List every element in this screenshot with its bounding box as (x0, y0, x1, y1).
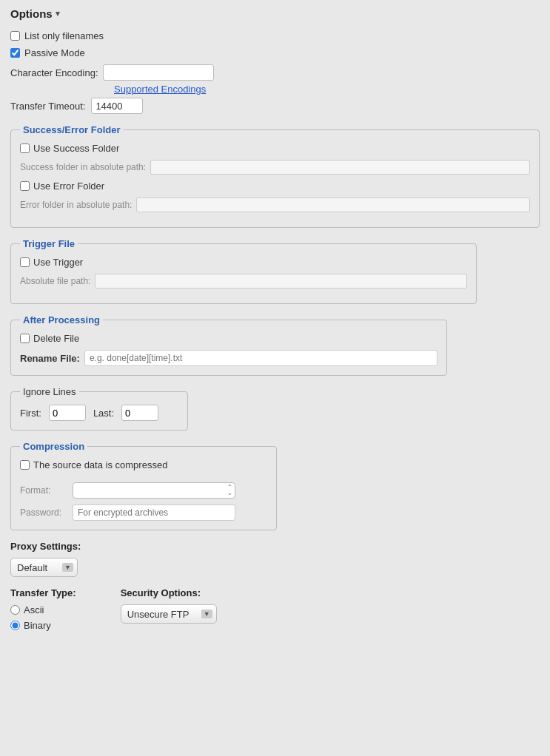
first-input[interactable] (49, 405, 86, 421)
compression-inner: The source data is compressed Format: ZI… (20, 459, 267, 521)
char-enc-label: Character Encoding: (10, 67, 98, 78)
compression-group: Compression The source data is compresse… (10, 441, 277, 530)
after-processing-group: After Processing Delete File Rename File… (10, 314, 447, 376)
format-row: Format: ZIP GZIP TAR TAR.GZ (20, 482, 267, 499)
success-path-label: Success folder in absolute path: (20, 162, 146, 172)
ignore-lines-legend: Ignore Lines (20, 386, 79, 397)
format-label: Format: (20, 485, 68, 496)
abs-path-label: Absolute file path: (20, 276, 90, 286)
passive-mode-label: Passive Mode (24, 47, 85, 58)
format-select-wrapper: ZIP GZIP TAR TAR.GZ (73, 482, 235, 499)
transfer-timeout-input[interactable] (91, 98, 143, 114)
bottom-section: Transfer Type: Ascii Binary Security Opt… (10, 587, 540, 635)
security-options-title: Security Options: (121, 587, 217, 598)
list-only-filenames-checkbox[interactable] (10, 31, 20, 41)
source-compressed-row: The source data is compressed (20, 459, 267, 470)
passive-mode-checkbox[interactable] (10, 48, 20, 58)
use-trigger-row: Use Trigger (20, 257, 467, 268)
abs-path-row: Absolute file path: (20, 274, 467, 288)
list-only-filenames-row: List only filenames (10, 30, 540, 41)
security-select[interactable]: Unsecure FTP FTP over SSL SFTP FTP over … (121, 604, 217, 624)
use-success-folder-label: Use Success Folder (33, 143, 119, 154)
delete-file-label: Delete File (33, 333, 79, 344)
use-error-folder-row: Use Error Folder (20, 180, 530, 192)
password-row: Password: (20, 504, 267, 521)
page-title: Options ▾ (10, 7, 540, 20)
abs-path-input[interactable] (95, 274, 467, 288)
binary-radio[interactable] (10, 621, 20, 630)
success-error-folder-legend: Success/Error Folder (20, 124, 124, 135)
binary-label: Binary (24, 620, 51, 631)
delete-file-checkbox[interactable] (20, 334, 30, 343)
options-title-text: Options (10, 7, 53, 20)
proxy-select[interactable]: Default None HTTP SOCKS4 SOCKS5 (10, 558, 78, 577)
use-success-folder-row: Use Success Folder (20, 143, 530, 154)
transfer-type-title: Transfer Type: (10, 587, 76, 598)
error-path-label: Error folder in absolute path: (20, 200, 132, 210)
ignore-lines-inner: First: Last: (20, 405, 178, 421)
rename-file-label: Rename File: (20, 353, 80, 364)
last-label: Last: (93, 408, 114, 419)
security-select-wrapper: Unsecure FTP FTP over SSL SFTP FTP over … (121, 604, 217, 624)
format-select[interactable]: ZIP GZIP TAR TAR.GZ (73, 482, 235, 499)
trigger-file-group: Trigger File Use Trigger Absolute file p… (10, 238, 477, 304)
char-enc-row: Character Encoding: (10, 64, 540, 81)
use-error-folder-checkbox[interactable] (20, 181, 30, 191)
password-label: Password: (20, 507, 68, 518)
passive-mode-row: Passive Mode (10, 47, 540, 58)
proxy-settings-section: Proxy Settings: Default None HTTP SOCKS4… (10, 541, 540, 577)
use-error-folder-label: Use Error Folder (33, 180, 104, 192)
first-label: First: (20, 408, 41, 419)
last-input[interactable] (121, 405, 158, 421)
transfer-type-section: Transfer Type: Ascii Binary (10, 587, 76, 635)
ascii-radio[interactable] (10, 605, 20, 615)
list-only-filenames-label: List only filenames (24, 30, 104, 41)
trigger-file-legend: Trigger File (20, 238, 78, 249)
use-trigger-label: Use Trigger (33, 257, 83, 268)
success-path-input[interactable] (150, 160, 530, 175)
binary-radio-row: Binary (10, 620, 76, 631)
character-encoding-input[interactable] (103, 64, 214, 81)
success-path-row: Success folder in absolute path: (20, 160, 530, 175)
ascii-radio-row: Ascii (10, 604, 76, 615)
supported-encodings-link[interactable]: Supported Encodings (114, 84, 540, 95)
use-success-folder-checkbox[interactable] (20, 144, 30, 153)
after-processing-legend: After Processing (20, 314, 103, 325)
transfer-timeout-row: Transfer Timeout: (10, 98, 540, 114)
use-trigger-checkbox[interactable] (20, 257, 30, 267)
compression-legend: Compression (20, 441, 87, 452)
ignore-lines-group: Ignore Lines First: Last: (10, 386, 188, 431)
delete-file-row: Delete File (20, 333, 437, 344)
transfer-timeout-label: Transfer Timeout: (10, 101, 85, 112)
error-path-input[interactable] (136, 198, 530, 212)
proxy-select-wrapper: Default None HTTP SOCKS4 SOCKS5 (10, 558, 78, 577)
security-options-section: Security Options: Unsecure FTP FTP over … (121, 587, 217, 635)
ascii-label: Ascii (24, 604, 44, 615)
character-encoding-section: Character Encoding: Supported Encodings (10, 64, 540, 95)
error-path-row: Error folder in absolute path: (20, 198, 530, 212)
rename-file-row: Rename File: (20, 350, 437, 366)
source-compressed-label: The source data is compressed (33, 459, 167, 470)
success-error-folder-group: Success/Error Folder Use Success Folder … (10, 124, 540, 228)
source-compressed-checkbox[interactable] (20, 460, 30, 470)
proxy-settings-title: Proxy Settings: (10, 541, 540, 552)
password-input[interactable] (73, 504, 235, 521)
rename-file-input[interactable] (84, 350, 437, 366)
options-dropdown-arrow[interactable]: ▾ (56, 9, 60, 18)
